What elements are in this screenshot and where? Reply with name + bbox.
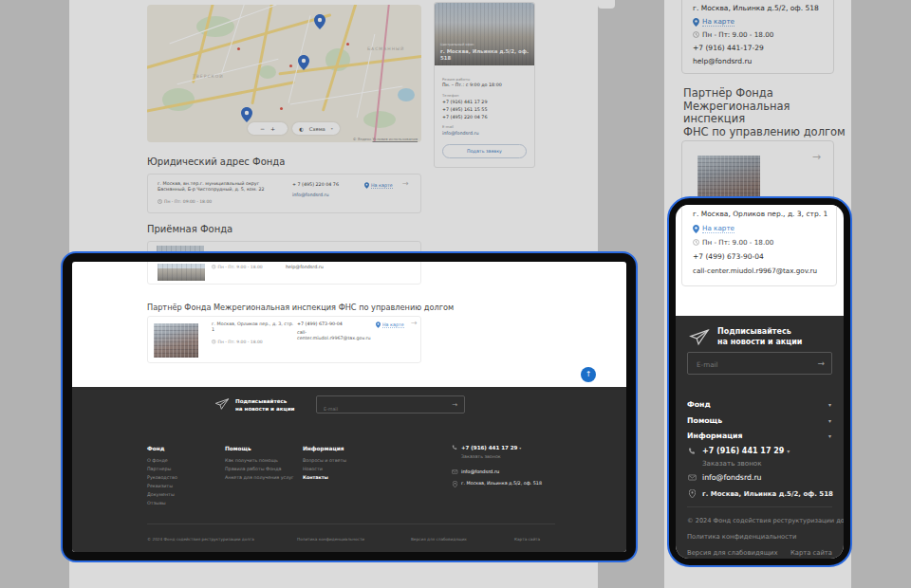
- phone-icon: [688, 448, 696, 455]
- envelope-icon: [452, 469, 458, 474]
- pin-icon: [453, 481, 457, 487]
- clock-icon: [212, 340, 216, 344]
- accordion-fund[interactable]: Фонд: [687, 400, 711, 409]
- clock-icon: [212, 265, 216, 269]
- subscribe-input-wrap: →: [687, 352, 832, 375]
- footer-col-title: Фонд: [147, 446, 164, 451]
- chevron-down-icon: ▾: [519, 446, 521, 450]
- footer-accessibility-link[interactable]: Версия для слабовидящих: [411, 537, 467, 542]
- footer-link[interactable]: Новости: [303, 467, 323, 471]
- partner-heading: Партнёр Фонда Межрегиональная инспекция …: [147, 303, 454, 312]
- responsive-preview-stage: ТВЕРСКОЙ БАСМАННЫЙ − + ◐ Схема ▾ © Яндек…: [0, 0, 911, 588]
- footer-col-title: Помощь: [225, 446, 251, 451]
- footer-phone[interactable]: +7 (916) 441 17 29 ▾: [702, 447, 790, 455]
- footer-email[interactable]: info@fondsrd.ru: [702, 473, 762, 482]
- partner-address: г. Москва, Орликов пер., д. 3, стр. 1: [212, 322, 297, 333]
- chevron-down-icon[interactable]: ▾: [828, 417, 831, 424]
- footer-link[interactable]: Вопросы и ответы: [303, 458, 346, 463]
- accordion-info[interactable]: Информация: [687, 432, 742, 440]
- paper-plane-icon: [689, 328, 710, 346]
- partner-email[interactable]: call-center.miudol.r9967@tax.gov.ru: [297, 330, 377, 341]
- chevron-down-icon[interactable]: ▾: [828, 432, 831, 439]
- phone-screen: г. Москва, Орликов пер., д. 3, стр. 1 На…: [676, 205, 844, 559]
- on-map-link[interactable]: На карте: [693, 224, 734, 233]
- reception-card: Пн - Пт: 9.00 - 18.00 help@fondsrd.ru: [147, 262, 421, 285]
- hours-row: Пн - Пт: 9.00 - 18.00: [212, 340, 263, 344]
- clock-icon: [693, 239, 699, 246]
- subscribe-email-input[interactable]: [688, 355, 831, 376]
- pin-icon: [693, 225, 699, 233]
- envelope-icon: [688, 474, 697, 481]
- footer-link[interactable]: Руководство: [147, 475, 177, 480]
- footer-email[interactable]: info@fondsrd.ru: [461, 469, 499, 474]
- footer-divider: [687, 506, 832, 507]
- footer-sitemap-link[interactable]: Карта сайта: [790, 549, 832, 557]
- tablet-footer: Подписывайтесь на новости и акции → Фонд…: [72, 387, 626, 552]
- footer-link[interactable]: Документы: [147, 492, 175, 497]
- footer-copyright: © 2024 Фонд содействия реструктуризации …: [147, 537, 254, 542]
- scroll-top-button[interactable]: ↑: [581, 367, 596, 382]
- phone-device-frame: г. Москва, Орликов пер., д. 3, стр. 1 На…: [667, 196, 852, 567]
- partner-address: г. Москва, Орликов пер., д. 3, стр. 1: [693, 210, 827, 218]
- subscribe-input-wrap: →: [316, 395, 465, 413]
- footer-link[interactable]: Правила работы Фонда: [225, 467, 282, 471]
- chevron-down-icon: ▾: [787, 448, 790, 454]
- partner-hours: Пн - Пт: 9.00 - 18.00: [702, 238, 773, 247]
- footer-link-active[interactable]: Контакты: [303, 475, 328, 480]
- footer-link[interactable]: Партнеры: [147, 467, 171, 471]
- on-map-label: На карте: [382, 322, 404, 328]
- partner-phone[interactable]: +7 (499) 673-90-04: [297, 322, 343, 327]
- footer-link[interactable]: Как получить помощь: [225, 458, 278, 463]
- partner-phone[interactable]: +7 (499) 673-90-04: [693, 252, 764, 261]
- footer-link[interactable]: Отзывы: [147, 501, 166, 505]
- footer-sitemap-link[interactable]: Карта сайта: [514, 537, 540, 542]
- footer-address: г. Москва, Ильинка д.5/2, оф. 518: [702, 490, 833, 498]
- footer-address: г. Москва, Ильинка д.5/2, оф. 518: [461, 481, 542, 486]
- footer-privacy-link[interactable]: Политика конфиденциальности: [297, 537, 364, 542]
- on-map-label: На карте: [702, 224, 734, 233]
- callback-link[interactable]: Заказать звонок: [702, 459, 762, 468]
- chevron-down-icon[interactable]: ▾: [828, 401, 831, 408]
- phone-footer: Подписывайтесь на новости и акции → Фонд…: [676, 316, 844, 559]
- reception-photo: [158, 264, 205, 281]
- partner-hours: Пн - Пт: 9.00 - 18.00: [218, 340, 263, 344]
- footer-link[interactable]: О фонде: [147, 458, 168, 463]
- footer-col-title: Информация: [303, 446, 344, 451]
- partner-card: г. Москва, Орликов пер., д. 3, стр. 1 Пн…: [147, 316, 421, 363]
- subscribe-submit-arrow[interactable]: →: [817, 358, 825, 368]
- callback-link[interactable]: Заказать звонок: [461, 454, 501, 459]
- arrow-up-icon: ↑: [586, 370, 592, 378]
- subscribe-title: Подписывайтесь на новости и акции: [235, 398, 295, 413]
- partner-email[interactable]: call-center.miudol.r9967@tax.gov.ru: [693, 266, 817, 275]
- tablet-screen: Пн - Пт: 9.00 - 18.00 help@fondsrd.ru Па…: [72, 262, 626, 552]
- card-arrow[interactable]: →: [411, 319, 418, 327]
- reception-email[interactable]: help@fondsrd.ru: [286, 265, 324, 269]
- partner-photo: [154, 323, 198, 358]
- paper-plane-icon: [214, 397, 230, 411]
- subscribe-email-input[interactable]: [317, 401, 464, 417]
- hours-row: Пн - Пт: 9.00 - 18.00: [693, 238, 773, 247]
- footer-accessibility-link[interactable]: Версия для слабовидящих: [687, 549, 778, 557]
- hours-row: Пн - Пт: 9.00 - 18.00: [212, 265, 263, 269]
- pin-icon: [376, 322, 381, 328]
- tablet-device-frame: Пн - Пт: 9.00 - 18.00 help@fondsrd.ru Па…: [61, 251, 638, 562]
- reception-hours: Пн - Пт: 9.00 - 18.00: [218, 265, 263, 269]
- footer-link[interactable]: Анкета для получения услуг: [225, 475, 294, 480]
- footer-privacy-link[interactable]: Политика конфиденциальности: [687, 533, 796, 541]
- subscribe-submit-arrow[interactable]: →: [452, 401, 457, 409]
- footer-copyright: © 2024 Фонд содействия реструктуризации …: [687, 517, 844, 524]
- footer-divider: [147, 524, 555, 524]
- subscribe-title: Подписывайтесь на новости и акции: [717, 326, 802, 347]
- pin-icon: [689, 489, 696, 498]
- phone-icon: [452, 445, 457, 450]
- footer-phone[interactable]: +7 (916) 441 17 29 ▾: [461, 445, 521, 450]
- on-map-link[interactable]: На карте: [376, 322, 404, 328]
- accordion-help[interactable]: Помощь: [687, 416, 722, 425]
- footer-link[interactable]: Реквизиты: [147, 484, 173, 488]
